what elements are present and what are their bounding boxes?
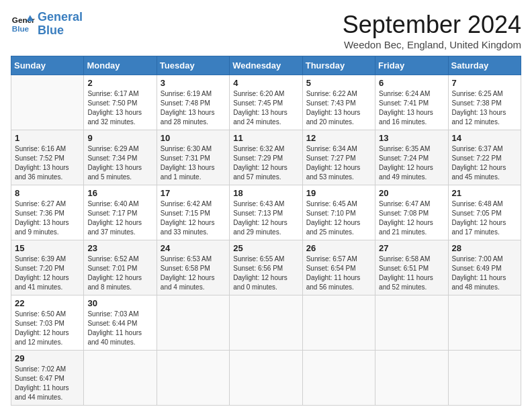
logo-text: General Blue (38, 11, 83, 38)
calendar-cell (302, 351, 375, 406)
month-title: September 2024 (343, 11, 521, 39)
day-info: Sunrise: 6:32 AM Sunset: 7:29 PM Dayligh… (233, 144, 298, 182)
day-number: 18 (233, 188, 298, 198)
day-number: 23 (87, 243, 152, 253)
calendar-cell: 16Sunrise: 6:40 AM Sunset: 7:17 PM Dayli… (84, 185, 157, 240)
calendar-cell: 23Sunrise: 6:52 AM Sunset: 7:01 PM Dayli… (84, 240, 157, 295)
calendar-cell: 7Sunrise: 6:25 AM Sunset: 7:38 PM Daylig… (448, 75, 521, 130)
day-info: Sunrise: 6:25 AM Sunset: 7:38 PM Dayligh… (452, 89, 517, 127)
day-info: Sunrise: 7:03 AM Sunset: 6:44 PM Dayligh… (87, 310, 152, 347)
day-number: 3 (161, 78, 226, 88)
calendar-cell (448, 295, 521, 351)
day-number: 27 (379, 243, 444, 253)
day-number: 16 (87, 188, 152, 198)
calendar-cell: 1Sunrise: 6:16 AM Sunset: 7:52 PM Daylig… (11, 130, 84, 185)
day-number: 30 (87, 298, 152, 308)
day-info: Sunrise: 6:30 AM Sunset: 7:31 PM Dayligh… (161, 144, 226, 182)
day-number: 4 (233, 78, 298, 88)
calendar-cell (230, 351, 302, 406)
calendar-cell: 28Sunrise: 7:00 AM Sunset: 6:49 PM Dayli… (448, 240, 521, 295)
day-info: Sunrise: 6:43 AM Sunset: 7:13 PM Dayligh… (233, 199, 298, 237)
day-info: Sunrise: 6:39 AM Sunset: 7:20 PM Dayligh… (15, 255, 80, 292)
calendar-cell: 25Sunrise: 6:55 AM Sunset: 6:56 PM Dayli… (230, 240, 302, 295)
day-number: 11 (233, 133, 298, 143)
calendar-cell: 19Sunrise: 6:45 AM Sunset: 7:10 PM Dayli… (302, 185, 375, 240)
calendar-cell: 6Sunrise: 6:24 AM Sunset: 7:41 PM Daylig… (375, 75, 448, 130)
day-number: 8 (15, 188, 80, 198)
day-info: Sunrise: 6:37 AM Sunset: 7:22 PM Dayligh… (452, 144, 517, 182)
title-block: September 2024 Weedon Bec, England, Unit… (343, 11, 521, 50)
day-info: Sunrise: 6:24 AM Sunset: 7:41 PM Dayligh… (379, 89, 444, 127)
calendar-cell: 4Sunrise: 6:20 AM Sunset: 7:45 PM Daylig… (230, 75, 302, 130)
calendar-week-5: 29Sunrise: 7:02 AM Sunset: 6:47 PM Dayli… (11, 351, 521, 406)
dow-wednesday: Wednesday (230, 56, 302, 75)
calendar-week-3: 15Sunrise: 6:39 AM Sunset: 7:20 PM Dayli… (11, 240, 521, 295)
calendar-cell: 29Sunrise: 7:02 AM Sunset: 6:47 PM Dayli… (11, 351, 84, 406)
day-info: Sunrise: 6:47 AM Sunset: 7:08 PM Dayligh… (379, 199, 444, 237)
day-number: 28 (452, 243, 517, 253)
day-number: 24 (161, 243, 226, 253)
day-of-week-header: SundayMondayTuesdayWednesdayThursdayFrid… (11, 56, 521, 75)
day-info: Sunrise: 6:20 AM Sunset: 7:45 PM Dayligh… (233, 89, 298, 127)
day-info: Sunrise: 6:53 AM Sunset: 6:58 PM Dayligh… (161, 255, 226, 292)
calendar-cell (157, 295, 229, 351)
calendar-cell: 17Sunrise: 6:42 AM Sunset: 7:15 PM Dayli… (157, 185, 229, 240)
day-number: 9 (87, 133, 152, 143)
calendar-table: SundayMondayTuesdayWednesdayThursdayFrid… (11, 56, 521, 406)
dow-thursday: Thursday (302, 56, 375, 75)
calendar-cell: 11Sunrise: 6:32 AM Sunset: 7:29 PM Dayli… (230, 130, 302, 185)
day-info: Sunrise: 6:52 AM Sunset: 7:01 PM Dayligh… (87, 255, 152, 292)
day-number: 14 (452, 133, 517, 143)
dow-tuesday: Tuesday (157, 56, 229, 75)
logo-blue: Blue (38, 24, 64, 37)
calendar-cell: 3Sunrise: 6:19 AM Sunset: 7:48 PM Daylig… (157, 75, 229, 130)
calendar-cell: 20Sunrise: 6:47 AM Sunset: 7:08 PM Dayli… (375, 185, 448, 240)
day-number: 7 (452, 78, 517, 88)
calendar-cell (448, 351, 521, 406)
dow-saturday: Saturday (448, 56, 521, 75)
calendar-week-4: 22Sunrise: 6:50 AM Sunset: 7:03 PM Dayli… (11, 295, 521, 351)
day-info: Sunrise: 6:48 AM Sunset: 7:05 PM Dayligh… (452, 199, 517, 237)
calendar-cell: 8Sunrise: 6:27 AM Sunset: 7:36 PM Daylig… (11, 185, 84, 240)
calendar-cell: 12Sunrise: 6:34 AM Sunset: 7:27 PM Dayli… (302, 130, 375, 185)
day-info: Sunrise: 6:17 AM Sunset: 7:50 PM Dayligh… (87, 89, 152, 127)
calendar-cell: 9Sunrise: 6:29 AM Sunset: 7:34 PM Daylig… (84, 130, 157, 185)
day-number: 21 (452, 188, 517, 198)
logo-general: General (38, 10, 83, 24)
calendar-cell (375, 295, 448, 351)
page-header: General Blue General Blue September 2024… (11, 11, 521, 50)
day-info: Sunrise: 6:58 AM Sunset: 6:51 PM Dayligh… (379, 255, 444, 292)
calendar-cell: 18Sunrise: 6:43 AM Sunset: 7:13 PM Dayli… (230, 185, 302, 240)
calendar-body: 2Sunrise: 6:17 AM Sunset: 7:50 PM Daylig… (11, 75, 521, 406)
day-info: Sunrise: 6:27 AM Sunset: 7:36 PM Dayligh… (15, 199, 80, 237)
day-info: Sunrise: 6:35 AM Sunset: 7:24 PM Dayligh… (379, 144, 444, 182)
calendar-cell: 22Sunrise: 6:50 AM Sunset: 7:03 PM Dayli… (11, 295, 84, 351)
day-number: 6 (379, 78, 444, 88)
day-number: 17 (161, 188, 226, 198)
calendar-cell: 21Sunrise: 6:48 AM Sunset: 7:05 PM Dayli… (448, 185, 521, 240)
day-number: 22 (15, 298, 80, 308)
day-info: Sunrise: 6:50 AM Sunset: 7:03 PM Dayligh… (15, 310, 80, 347)
day-number: 1 (15, 133, 80, 143)
calendar-cell: 30Sunrise: 7:03 AM Sunset: 6:44 PM Dayli… (84, 295, 157, 351)
logo: General Blue General Blue (11, 11, 83, 38)
day-number: 10 (161, 133, 226, 143)
day-number: 20 (379, 188, 444, 198)
calendar-cell (157, 351, 229, 406)
day-info: Sunrise: 7:02 AM Sunset: 6:47 PM Dayligh… (15, 365, 80, 402)
day-number: 13 (379, 133, 444, 143)
day-info: Sunrise: 6:22 AM Sunset: 7:43 PM Dayligh… (306, 89, 371, 127)
calendar-cell: 24Sunrise: 6:53 AM Sunset: 6:58 PM Dayli… (157, 240, 229, 295)
calendar-week-2: 8Sunrise: 6:27 AM Sunset: 7:36 PM Daylig… (11, 185, 521, 240)
location-title: Weedon Bec, England, United Kingdom (343, 39, 521, 50)
day-info: Sunrise: 6:19 AM Sunset: 7:48 PM Dayligh… (161, 89, 226, 127)
day-number: 5 (306, 78, 371, 88)
day-number: 26 (306, 243, 371, 253)
dow-friday: Friday (375, 56, 448, 75)
calendar-cell: 13Sunrise: 6:35 AM Sunset: 7:24 PM Dayli… (375, 130, 448, 185)
calendar-cell: 5Sunrise: 6:22 AM Sunset: 7:43 PM Daylig… (302, 75, 375, 130)
calendar-cell: 10Sunrise: 6:30 AM Sunset: 7:31 PM Dayli… (157, 130, 229, 185)
calendar-cell (84, 351, 157, 406)
day-info: Sunrise: 6:34 AM Sunset: 7:27 PM Dayligh… (306, 144, 371, 182)
calendar-week-0: 2Sunrise: 6:17 AM Sunset: 7:50 PM Daylig… (11, 75, 521, 130)
